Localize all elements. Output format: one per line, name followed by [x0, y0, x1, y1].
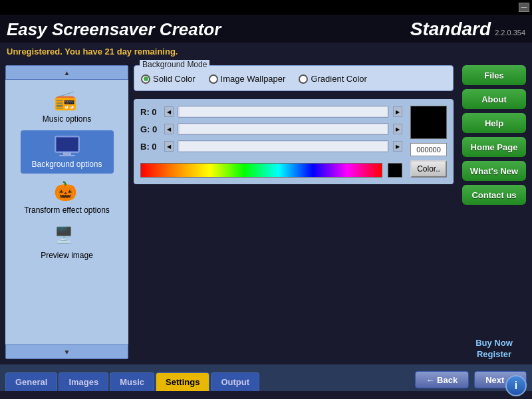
- register-link[interactable]: Register: [477, 349, 511, 359]
- tab-bar: General Images Music Settings Output ← B…: [0, 364, 532, 391]
- b-slider-right-arrow[interactable]: ▶: [393, 141, 402, 152]
- r-slider-right-arrow[interactable]: ▶: [393, 106, 402, 117]
- tab-images[interactable]: Images: [59, 372, 108, 391]
- tab-settings[interactable]: Settings: [156, 372, 209, 391]
- color-swatch: [410, 106, 447, 139]
- sidebar-item-preview-image[interactable]: 🖥️ Preview image: [21, 221, 114, 264]
- whats-new-button[interactable]: What's New: [462, 161, 526, 181]
- color-button[interactable]: Color..: [410, 160, 447, 178]
- version-number: 2.2.0.354: [495, 29, 525, 37]
- background-mode-label: Background Mode: [140, 60, 209, 69]
- header: Easy Screensaver Creator Standard 2.2.0.…: [0, 15, 532, 43]
- g-slider-row: G: 0 ◀ ▶: [140, 123, 402, 135]
- r-slider-label: R: 0: [140, 107, 160, 117]
- gradient-color-radio[interactable]: [299, 74, 308, 84]
- minimize-button[interactable]: —: [519, 3, 529, 12]
- scroll-up-button[interactable]: ▲: [5, 65, 128, 80]
- buy-register-block: Buy Now Register: [475, 338, 513, 359]
- radio-row: Solid Color Image Wallpaper Gradient Col…: [141, 74, 446, 84]
- transform-options-icon: 🎃: [54, 180, 80, 204]
- files-button[interactable]: Files: [462, 65, 526, 85]
- r-slider-row: R: 0 ◀ ▶: [140, 106, 402, 118]
- gradient-color-label: Gradient Color: [311, 74, 367, 84]
- b-slider-row: B: 0 ◀ ▶: [140, 140, 402, 152]
- black-color-swatch[interactable]: [388, 163, 402, 178]
- back-button[interactable]: ← Back: [415, 371, 469, 388]
- svg-rect-1: [57, 138, 78, 151]
- b-slider-left-arrow[interactable]: ◀: [164, 141, 174, 152]
- about-button[interactable]: About: [462, 89, 526, 109]
- r-slider-inner: [180, 107, 387, 116]
- home-page-button[interactable]: Home Page: [462, 137, 526, 157]
- b-slider-track[interactable]: [178, 140, 389, 152]
- standard-label: Standard: [410, 19, 491, 40]
- sidebar-item-bg-label: Background options: [31, 160, 102, 169]
- sidebar-item-background-options[interactable]: Background options: [21, 130, 114, 173]
- image-wallpaper-option[interactable]: Image Wallpaper: [209, 74, 286, 84]
- sliders-area: R: 0 ◀ ▶ G: 0 ◀ ▶: [134, 99, 454, 184]
- scroll-down-button[interactable]: ▼: [5, 344, 128, 359]
- solid-color-option[interactable]: Solid Color: [141, 74, 196, 84]
- version-block: Standard 2.2.0.354: [410, 19, 525, 40]
- g-slider-right-arrow[interactable]: ▶: [393, 124, 402, 134]
- sidebar-item-preview-label: Preview image: [41, 251, 93, 260]
- solid-color-label: Solid Color: [153, 74, 196, 84]
- gradient-color-option[interactable]: Gradient Color: [299, 74, 367, 84]
- content-area: Background Mode Solid Color Image Wallpa…: [128, 60, 459, 364]
- main-layout: ▲ 📻 Music options Background options: [0, 60, 532, 364]
- background-options-icon: [54, 134, 80, 158]
- rainbow-color-bar[interactable]: [140, 163, 382, 178]
- rainbow-row: [140, 163, 402, 178]
- image-wallpaper-radio[interactable]: [209, 74, 218, 84]
- app-title: Easy Screensaver Creator: [7, 19, 221, 40]
- r-slider-left-arrow[interactable]: ◀: [164, 106, 174, 117]
- g-slider-track[interactable]: [178, 123, 389, 135]
- sidebar-item-music-label: Music options: [43, 114, 91, 124]
- unregistered-bar: Unregistered. You have 21 day remaining.: [0, 43, 532, 60]
- solid-color-radio[interactable]: [141, 74, 150, 84]
- sidebar-items: 📻 Music options Background options 🎃: [5, 80, 128, 344]
- preview-image-icon: 🖥️: [54, 225, 80, 249]
- r-slider-track[interactable]: [178, 106, 389, 118]
- tab-output[interactable]: Output: [211, 372, 259, 391]
- image-wallpaper-label: Image Wallpaper: [221, 74, 286, 84]
- help-button[interactable]: Help: [462, 113, 526, 133]
- sidebar-item-music-options[interactable]: 📻 Music options: [21, 85, 114, 128]
- color-preview-area: 000000 Color..: [410, 106, 447, 178]
- sidebar: ▲ 📻 Music options Background options: [5, 65, 128, 359]
- g-slider-inner: [180, 124, 387, 134]
- right-sidebar: Files About Help Home Page What's New Co…: [459, 60, 532, 364]
- sliders-left: R: 0 ◀ ▶ G: 0 ◀ ▶: [140, 106, 402, 178]
- tab-music[interactable]: Music: [110, 372, 154, 391]
- unregistered-text: Unregistered. You have 21 day remaining.: [7, 47, 178, 57]
- b-slider-label: B: 0: [140, 142, 160, 152]
- background-mode-group: Background Mode Solid Color Image Wallpa…: [134, 65, 454, 91]
- sidebar-item-transform-options[interactable]: 🎃 Transform effect options: [21, 176, 114, 219]
- info-button[interactable]: i: [505, 375, 527, 396]
- g-slider-left-arrow[interactable]: ◀: [164, 124, 174, 134]
- buy-now-link[interactable]: Buy Now: [475, 338, 513, 348]
- tab-general[interactable]: General: [5, 372, 57, 391]
- music-options-icon: 📻: [54, 89, 80, 113]
- svg-rect-3: [59, 155, 75, 156]
- svg-rect-2: [63, 152, 71, 155]
- sidebar-item-transform-label: Transform effect options: [24, 205, 110, 215]
- g-slider-label: G: 0: [140, 124, 160, 134]
- color-hex-input[interactable]: 000000: [410, 143, 447, 156]
- title-bar: —: [0, 0, 532, 15]
- contact-us-button[interactable]: Contact us: [462, 185, 526, 205]
- b-slider-inner: [180, 142, 387, 151]
